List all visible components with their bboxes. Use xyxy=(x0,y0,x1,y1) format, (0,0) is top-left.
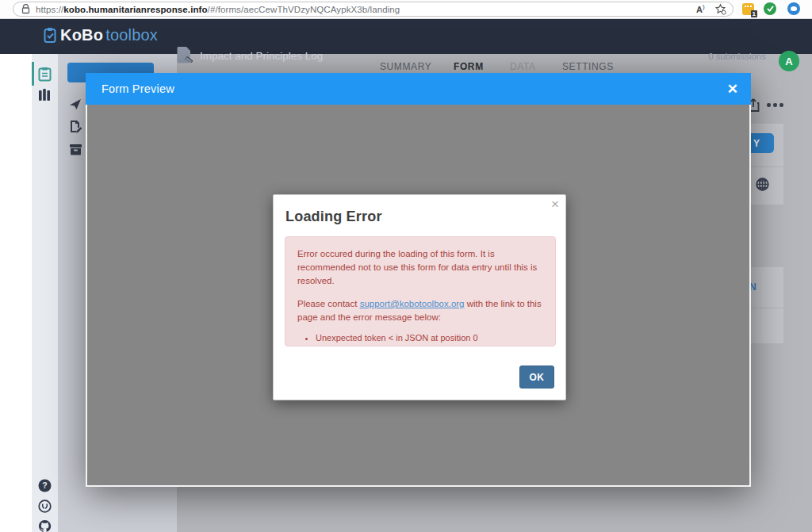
draft-forms-icon[interactable] xyxy=(69,120,82,133)
icon-rail xyxy=(32,54,58,532)
support-email-link[interactable]: support@kobotoolbox.org xyxy=(360,299,465,308)
user-avatar[interactable]: A xyxy=(779,51,799,71)
tab-data: DATA xyxy=(510,61,536,72)
page-title: Impact and Principles Log xyxy=(200,50,323,62)
library-icon[interactable] xyxy=(32,88,58,101)
app-header: KoBo toolbox Impact and Principles Log 0… xyxy=(0,19,812,54)
form-preview-iframe: × Loading Error Error occured during the… xyxy=(86,105,751,487)
help-icon[interactable]: ? xyxy=(32,479,58,492)
extension-badge: 1 xyxy=(751,10,757,17)
lock-icon[interactable] xyxy=(21,4,30,14)
left-gutter xyxy=(0,54,32,532)
read-aloud-icon[interactable]: A) xyxy=(696,3,705,14)
archived-forms-icon[interactable] xyxy=(69,144,82,155)
deploy-button-label: Y xyxy=(753,138,760,149)
tab-summary[interactable]: SUMMARY xyxy=(380,61,431,72)
tab-settings[interactable]: SETTINGS xyxy=(562,61,614,72)
error-detail-item: Unexpected token < in JSON at position 0 xyxy=(316,331,543,345)
error-message: Error occured during the loading of this… xyxy=(297,247,543,288)
form-preview-modal-header: Form Preview ✕ xyxy=(86,73,751,105)
form-preview-modal: Form Preview ✕ × Loading Error Error occ… xyxy=(86,73,751,487)
version-icon[interactable] xyxy=(32,499,58,513)
url-input[interactable]: https://kobo.humanitarianresponse.info/#… xyxy=(13,2,733,17)
tab-form[interactable]: FORM xyxy=(454,61,484,72)
logo-text-secondary: toolbox xyxy=(105,26,158,44)
ok-button[interactable]: OK xyxy=(519,366,554,388)
loading-error-dialog: × Loading Error Error occured during the… xyxy=(273,194,566,400)
modal-title: Form Preview xyxy=(102,82,174,95)
favorites-star-icon[interactable] xyxy=(714,3,726,18)
contact-prefix: Please contact xyxy=(297,299,360,308)
dialog-close-icon[interactable]: × xyxy=(551,197,559,212)
browser-address-bar: https://kobo.humanitarianresponse.info/#… xyxy=(0,0,812,19)
logo-text-primary: KoBo xyxy=(60,26,103,44)
form-document-icon xyxy=(176,46,193,68)
modal-close-icon[interactable]: ✕ xyxy=(727,81,738,98)
projects-clipboard-icon[interactable] xyxy=(32,67,58,82)
kobo-logo[interactable]: KoBo toolbox xyxy=(44,26,158,44)
deployed-forms-icon[interactable] xyxy=(69,98,82,110)
shield-check-extension-icon[interactable] xyxy=(764,2,776,15)
more-options-icon[interactable] xyxy=(767,103,783,107)
globe-icon[interactable] xyxy=(756,178,769,194)
browser-extension-icon[interactable] xyxy=(787,2,800,15)
dialog-title: Loading Error xyxy=(285,209,382,225)
error-detail-list: Unexpected token < in JSON at position 0 xyxy=(297,331,543,345)
extension-glyph xyxy=(745,6,752,10)
url-text: https://kobo.humanitarianresponse.info/#… xyxy=(36,5,400,14)
contact-message: Please contact support@kobotoolbox.org w… xyxy=(297,297,543,324)
svg-text:?: ? xyxy=(42,480,47,490)
error-alert-box: Error occured during the loading of this… xyxy=(285,236,556,346)
extension-icon[interactable]: 1 xyxy=(742,3,754,15)
github-icon[interactable] xyxy=(32,519,58,532)
kobo-logo-icon xyxy=(44,27,57,44)
kobo-toolbox-page: https://kobo.humanitarianresponse.info/#… xyxy=(0,0,812,532)
submissions-count: 0 submissions xyxy=(682,52,766,61)
